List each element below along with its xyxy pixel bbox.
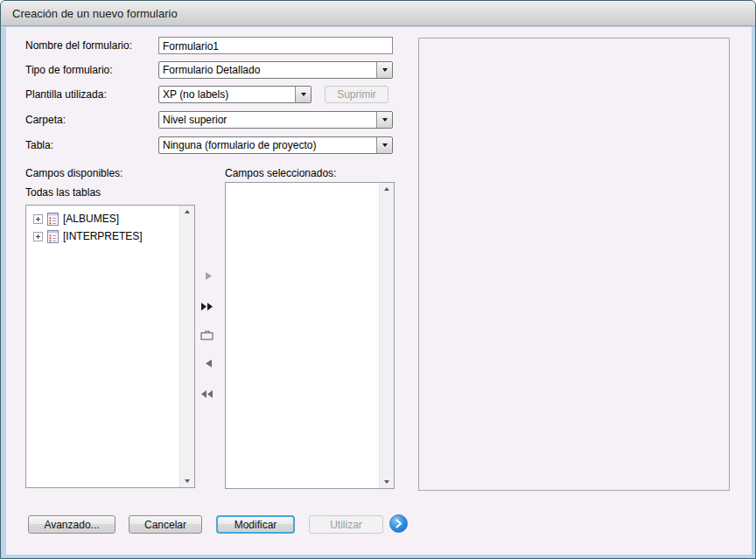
dialog-content: Nombre del formulario: Tipo de formulari… — [6, 27, 752, 555]
expand-plus-icon[interactable] — [33, 232, 43, 241]
move-all-left-button — [199, 387, 214, 401]
delete-template-button: Suprimir — [325, 86, 388, 103]
selected-list-scrollbar[interactable] — [379, 183, 394, 488]
expand-plus-icon[interactable] — [33, 214, 43, 224]
available-list-scrollbar[interactable] — [179, 206, 194, 487]
folder-icon — [200, 330, 214, 340]
title-bar[interactable]: Creación de un nuevo formulario — [1, 1, 755, 26]
table-label: Tabla: — [25, 136, 53, 154]
folder-value: Nivel superior — [159, 114, 376, 126]
table-icon — [47, 213, 59, 226]
move-all-left-icon — [201, 390, 213, 398]
form-type-select[interactable]: Formulario Detallado — [158, 61, 393, 79]
folder-select[interactable]: Nivel superior — [158, 111, 393, 129]
cancel-button[interactable]: Cancelar — [129, 515, 202, 534]
form-type-value: Formulario Detallado — [159, 64, 376, 76]
add-group-button[interactable] — [199, 328, 214, 342]
template-label: Plantilla utilizada: — [25, 86, 107, 103]
tree-item-interpretes[interactable]: [INTERPRETES] — [26, 227, 179, 245]
next-button[interactable] — [389, 514, 408, 533]
tables-tree: [ALBUMES] — [26, 210, 179, 245]
triangle-down-glyph — [382, 68, 388, 72]
form-preview-panel — [418, 38, 730, 491]
next-arrow-icon — [394, 519, 403, 528]
template-value: XP (no labels) — [159, 88, 295, 101]
move-left-button — [200, 356, 216, 370]
table-icon — [47, 230, 59, 243]
chevron-down-icon[interactable] — [376, 137, 392, 153]
folder-label: Carpeta: — [25, 111, 66, 129]
move-all-right-icon — [201, 303, 213, 311]
scroll-down-icon[interactable] — [384, 480, 389, 484]
move-right-icon — [206, 272, 212, 280]
window-title: Creación de un nuevo formulario — [12, 7, 178, 20]
tree-item-albumes[interactable]: [ALBUMES] — [26, 210, 179, 227]
scroll-down-icon[interactable] — [185, 479, 190, 483]
triangle-down-glyph — [382, 143, 388, 147]
table-value: Ninguna (formulario de proyecto) — [159, 139, 376, 151]
triangle-down-glyph — [301, 93, 306, 96]
form-name-label: Nombre del formulario: — [25, 37, 132, 54]
tree-item-label: [INTERPRETES] — [63, 230, 143, 242]
template-select[interactable]: XP (no labels) — [158, 86, 312, 103]
move-left-icon — [206, 360, 212, 367]
available-fields-scope: Todas las tablas — [25, 184, 101, 201]
available-fields-label: Campos disponibles: — [25, 164, 122, 182]
form-name-input[interactable] — [158, 37, 393, 54]
tree-item-label: [ALBUMES] — [63, 213, 119, 225]
move-all-right-button[interactable] — [199, 299, 214, 313]
table-select[interactable]: Ninguna (formulario de proyecto) — [158, 136, 393, 154]
scroll-up-icon[interactable] — [384, 187, 389, 191]
chevron-down-icon[interactable] — [295, 87, 311, 102]
use-button: Utilizar — [309, 515, 383, 534]
dialog-window: Creación de un nuevo formulario Nombre d… — [0, 0, 756, 559]
available-fields-list[interactable]: [ALBUMES] — [25, 205, 195, 488]
form-type-label: Tipo de formulario: — [25, 61, 113, 79]
selected-fields-list[interactable] — [225, 182, 395, 489]
chevron-down-icon[interactable] — [376, 112, 392, 128]
selected-fields-label: Campos seleccionados: — [225, 164, 336, 182]
advanced-button[interactable]: Avanzado... — [28, 515, 116, 534]
modify-button[interactable]: Modificar — [216, 515, 295, 534]
chevron-down-icon[interactable] — [376, 62, 392, 78]
scroll-up-icon[interactable] — [185, 210, 190, 213]
move-right-button — [200, 269, 216, 283]
triangle-down-glyph — [382, 118, 388, 122]
